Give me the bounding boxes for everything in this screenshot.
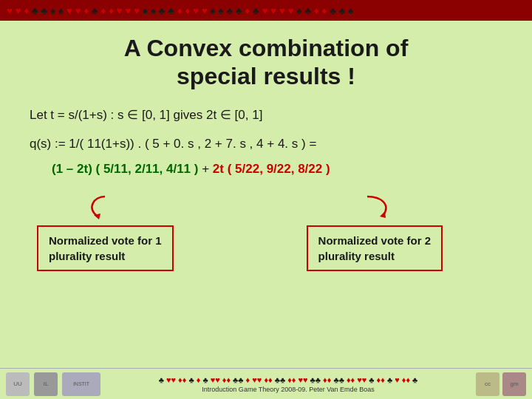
suit-char: ♦: [101, 5, 108, 16]
box1-group: Normalized vote for 1 plurality result: [37, 193, 174, 271]
suit-char: ♣: [168, 5, 176, 16]
suit-char: ♦: [322, 5, 329, 16]
box2-group: Normalized vote for 2 plurality result: [307, 193, 443, 271]
bottom-text: Introduction Game Theory 2008-09. Peter …: [202, 386, 374, 393]
suit-char: ♦: [177, 5, 184, 16]
suit-char: ♣: [226, 5, 234, 16]
bottom-logos-left: UU IL INSTIT: [6, 372, 100, 396]
suit-char: ♣: [253, 5, 261, 16]
part4-red: ( 5/22, 9/22, 8/22 ): [228, 162, 330, 176]
suit-char: ♥: [193, 5, 200, 16]
arrows-boxes-row: Normalized vote for 1 plurality result N…: [30, 193, 502, 271]
logo-illc: IL: [34, 372, 58, 396]
suit-char: ♥: [7, 5, 14, 16]
suit-char: ♥: [75, 5, 83, 16]
top-suits-row: ♥ ♥ ♦ ♣ ♣ ♠ ♠ ♥ ♥ ♦ ♣ ♦ ♦ ♥ ♥ ♥ ♠ ♠ ♣ ♣ …: [6, 5, 526, 16]
arrow1-icon: [83, 193, 127, 222]
suit-char: ♥: [66, 5, 74, 16]
arrow2-icon: [352, 193, 397, 222]
let-line: Let t = s/(1+s) : s ∈ [0, 1] gives 2t ∈ …: [30, 106, 502, 125]
result-box-2: Normalized vote for 2 plurality result: [307, 225, 443, 271]
logo-uu: UU: [6, 372, 30, 396]
content-area: Let t = s/(1+s) : s ∈ [0, 1] gives 2t ∈ …: [0, 98, 532, 272]
suit-char: ♠: [58, 5, 65, 16]
suit-char: ♥: [270, 5, 278, 16]
suit-char: ♣: [304, 5, 313, 16]
bottom-suits: ♣ ♥♥ ♦♦ ♣ ♦ ♣ ♥♥ ♦♦ ♣♣ ♦ ♥♥ ♦♦ ♣♣ ♦♦ ♥♥ …: [159, 375, 418, 384]
plus-text: +: [202, 162, 209, 176]
suit-char: ♦: [314, 5, 321, 16]
arrow1-container: [37, 193, 174, 222]
arrow2-container: [307, 193, 443, 222]
suit-char: ♠: [219, 5, 225, 16]
suit-char: ♦: [83, 5, 90, 16]
suit-char: ♣: [159, 5, 167, 16]
suit-char: ♥: [16, 5, 23, 16]
suit-char: ♦: [109, 5, 115, 16]
suit-char: ♣: [92, 5, 100, 16]
suit-char: ♥: [126, 5, 133, 16]
result-box-1: Normalized vote for 1 plurality result: [37, 225, 174, 271]
suit-char: ♠: [211, 5, 217, 16]
suit-char: ♣: [330, 5, 338, 16]
suit-char: ♥: [279, 5, 287, 16]
part3-red: 2t: [213, 162, 224, 176]
suit-char: ♠: [50, 5, 57, 16]
title-section: A Convex combination of special results …: [0, 21, 532, 98]
svg-marker-1: [380, 211, 386, 218]
suit-char: ♥: [117, 5, 124, 16]
bottom-center: ♣ ♥♥ ♦♦ ♣ ♦ ♣ ♥♥ ♦♦ ♣♣ ♦ ♥♥ ♦♦ ♣♣ ♦♦ ♥♥ …: [100, 375, 476, 393]
suit-char: ♦: [24, 5, 30, 16]
combination-line: (1 – 2t) ( 5/11, 2/11, 4/11 ) + 2t ( 5/2…: [30, 160, 502, 179]
suit-char: ♣: [236, 5, 244, 16]
suit-char: ♦: [245, 5, 251, 16]
suit-char: ♠: [151, 5, 157, 16]
suit-char: ♣: [32, 5, 40, 16]
logo-right2: gm: [502, 372, 526, 396]
bottom-bar: UU IL INSTIT ♣ ♥♥ ♦♦ ♣ ♦ ♣ ♥♥ ♦♦ ♣♣ ♦ ♥♥…: [0, 368, 532, 399]
suit-char: ♥: [202, 5, 209, 16]
main-title: A Convex combination of special results …: [15, 34, 517, 91]
suit-char: ♠: [348, 5, 355, 16]
suit-char: ♣: [41, 5, 50, 16]
suit-char: ♠: [143, 5, 149, 16]
logo-right1: cc: [476, 372, 499, 396]
part2-green: ( 5/11, 2/11, 4/11 ): [96, 162, 199, 176]
suit-char: ♥: [288, 5, 296, 16]
suit-char: ♥: [262, 5, 270, 16]
suit-char: ♦: [185, 5, 192, 16]
top-border: ♥ ♥ ♦ ♣ ♣ ♠ ♠ ♥ ♥ ♦ ♣ ♦ ♦ ♥ ♥ ♥ ♠ ♠ ♣ ♣ …: [0, 0, 532, 21]
part1-green: (1 – 2t): [52, 162, 92, 176]
bottom-logos-right: cc gm: [476, 372, 526, 396]
suit-char: ♥: [134, 5, 141, 16]
logo-inst: INSTIT: [62, 372, 100, 396]
suit-char: ♠: [297, 5, 304, 16]
q-line: q(s) := 1/( 11(1+s)) . ( 5 + 0. s , 2 + …: [30, 134, 502, 154]
suit-char: ♣: [339, 5, 347, 16]
